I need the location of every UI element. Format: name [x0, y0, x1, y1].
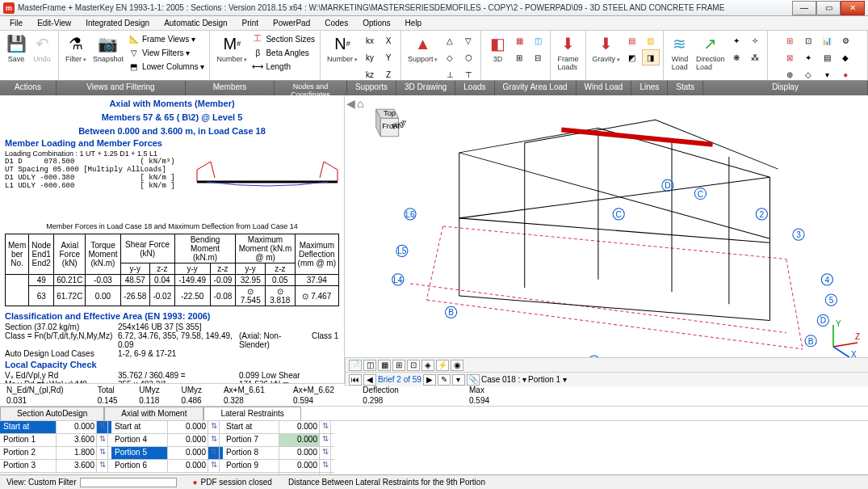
disp-1[interactable]: ⊞: [781, 32, 799, 48]
restraint-row[interactable]: Start at0.000⇅: [0, 421, 111, 434]
minimize-button[interactable]: —: [792, 1, 816, 15]
3d-a-icon[interactable]: ▦: [510, 32, 528, 48]
y-icon[interactable]: Y: [379, 49, 397, 65]
disp-11[interactable]: ▾: [818, 66, 836, 82]
restraint-row[interactable]: Portion 21.800⇅: [0, 447, 111, 460]
menu-codes[interactable]: Codes: [318, 17, 354, 29]
wind-b-icon[interactable]: ✧: [746, 32, 764, 48]
disp-7[interactable]: ▤: [818, 49, 836, 65]
nav-opt[interactable]: ▾: [452, 374, 465, 386]
wind-a-icon[interactable]: ✦: [728, 32, 745, 48]
tab-display[interactable]: Display: [703, 81, 868, 95]
vt-3[interactable]: ▦: [378, 360, 391, 371]
tab-axial-moment[interactable]: Axial with Moment: [104, 407, 203, 420]
vt-7[interactable]: ⚡: [436, 360, 449, 371]
lower-columns-button[interactable]: ⬒Lower Columns▾: [127, 60, 206, 73]
wind-c-icon[interactable]: ❋: [728, 49, 745, 65]
view-filter-box[interactable]: [80, 478, 177, 487]
support-a-icon[interactable]: △: [441, 32, 459, 48]
direction-load-button[interactable]: ↗Direction Load: [693, 32, 728, 73]
3d-c-icon[interactable]: ⊞: [510, 49, 528, 65]
tab-wind-load[interactable]: Wind Load: [577, 81, 632, 95]
nav-first[interactable]: ⏮: [349, 374, 362, 386]
disp-10[interactable]: ◇: [799, 66, 817, 82]
menu-file[interactable]: File: [3, 17, 29, 29]
grav-d-icon[interactable]: ◨: [642, 49, 660, 65]
vt-8[interactable]: ◉: [451, 360, 463, 371]
portion-dropdown[interactable]: Portion 1 ▾: [528, 375, 567, 384]
disp-5[interactable]: ⊠: [781, 49, 799, 65]
disp-12[interactable]: ●: [837, 66, 854, 82]
save-button[interactable]: 💾Save: [3, 32, 29, 65]
menu-edit-view[interactable]: Edit-View: [31, 17, 78, 29]
restraint-row[interactable]: Start at0.000⇅: [111, 421, 223, 434]
tab-nodes-coords[interactable]: Nodes and Coordinates: [275, 81, 347, 95]
restraint-row[interactable]: Start at0.000⇅: [223, 421, 334, 434]
section-sizes-button[interactable]: 工Section Sizes: [250, 32, 317, 45]
case-dropdown[interactable]: Case 018 : ▾: [481, 375, 526, 384]
vt-5[interactable]: ⊡: [407, 360, 420, 371]
x-icon[interactable]: X: [379, 32, 397, 48]
grav-c-icon[interactable]: ◩: [623, 49, 641, 65]
disp-8[interactable]: ◆: [837, 49, 854, 65]
tab-loads[interactable]: Loads: [455, 81, 494, 95]
tab-supports[interactable]: Supports: [347, 81, 396, 95]
restraint-row[interactable]: Portion 90.000⇅: [223, 460, 334, 473]
viewport-pane[interactable]: ◀ ⌂ Top Front Right: [345, 95, 868, 383]
nav-prev[interactable]: ◀: [363, 374, 376, 386]
restraint-row[interactable]: Portion 50.000⇅: [111, 447, 223, 460]
restraint-row[interactable]: Portion 13.600⇅: [0, 434, 111, 447]
vt-6[interactable]: ◈: [421, 360, 434, 371]
maximize-button[interactable]: ▭: [816, 1, 841, 15]
menu-options[interactable]: Options: [356, 17, 396, 29]
3d-d-icon[interactable]: ⊟: [529, 49, 547, 65]
support-c-icon[interactable]: ◇: [441, 49, 459, 65]
support-b-icon[interactable]: ▽: [459, 32, 477, 48]
vt-1[interactable]: 📄: [349, 360, 362, 371]
kz-icon[interactable]: kz: [361, 66, 379, 82]
disp-4[interactable]: ⚙: [837, 32, 854, 48]
ky-icon[interactable]: ky: [361, 49, 379, 65]
support-button[interactable]: ▲Support: [405, 32, 441, 82]
3d-b-icon[interactable]: ◫: [529, 32, 547, 48]
length-button[interactable]: ⟷Length: [250, 60, 317, 73]
vt-2[interactable]: ◫: [363, 360, 376, 371]
nav-next[interactable]: ▶: [423, 374, 436, 386]
frame-views-button[interactable]: 📐Frame Views▾: [127, 32, 206, 45]
disp-9[interactable]: ⊕: [781, 66, 799, 82]
restraint-row[interactable]: Portion 40.000⇅: [111, 434, 223, 447]
member-number-button[interactable]: M#Number: [213, 32, 250, 73]
support-e-icon[interactable]: ⊥: [441, 66, 459, 82]
view-filters-button[interactable]: ▽View Filters▾: [127, 46, 206, 59]
grav-a-icon[interactable]: ▤: [623, 32, 641, 48]
disp-2[interactable]: ⊡: [799, 32, 817, 48]
menu-print[interactable]: Print: [236, 17, 266, 29]
wind-d-icon[interactable]: ⁂: [746, 49, 764, 65]
tab-actions[interactable]: Actions: [0, 81, 57, 95]
gravity-button[interactable]: ⬇Gravity: [589, 32, 623, 65]
tab-members[interactable]: Members: [186, 81, 275, 95]
tab-section-autodesign[interactable]: Section AutoDesign: [0, 407, 104, 420]
snapshot-button[interactable]: 📷Snapshot: [90, 32, 127, 73]
nav-edit[interactable]: ✎: [438, 374, 451, 386]
restraint-row[interactable]: Portion 80.000⇅: [223, 447, 334, 460]
disp-6[interactable]: ✦: [799, 49, 817, 65]
filter-button[interactable]: ⚗Filter: [62, 32, 90, 73]
restraint-row[interactable]: Portion 60.000⇅: [111, 460, 223, 473]
beta-angles-button[interactable]: βBeta Angles: [250, 46, 317, 59]
undo-button[interactable]: ↶Undo: [29, 32, 55, 65]
restraint-row[interactable]: Portion 70.000⇅: [223, 434, 334, 447]
tab-stats[interactable]: Stats: [668, 81, 703, 95]
support-d-icon[interactable]: ⬡: [459, 49, 477, 65]
wind-load-button[interactable]: ≋Wind Load: [667, 32, 693, 73]
vt-4[interactable]: ⊞: [392, 360, 405, 371]
kx-icon[interactable]: kx: [361, 32, 379, 48]
menu-help[interactable]: Help: [399, 17, 429, 29]
tab-lateral-restraints[interactable]: Lateral Restraints: [203, 407, 300, 420]
3d-button[interactable]: ◧3D: [484, 32, 510, 65]
support-f-icon[interactable]: ⊤: [459, 66, 477, 82]
tab-lines[interactable]: Lines: [631, 81, 668, 95]
menu-automatic-design[interactable]: Automatic Design: [157, 17, 233, 29]
menu-integrated-design[interactable]: Integrated Design: [79, 17, 156, 29]
tab-views-filtering[interactable]: Views and Filtering: [57, 81, 186, 95]
